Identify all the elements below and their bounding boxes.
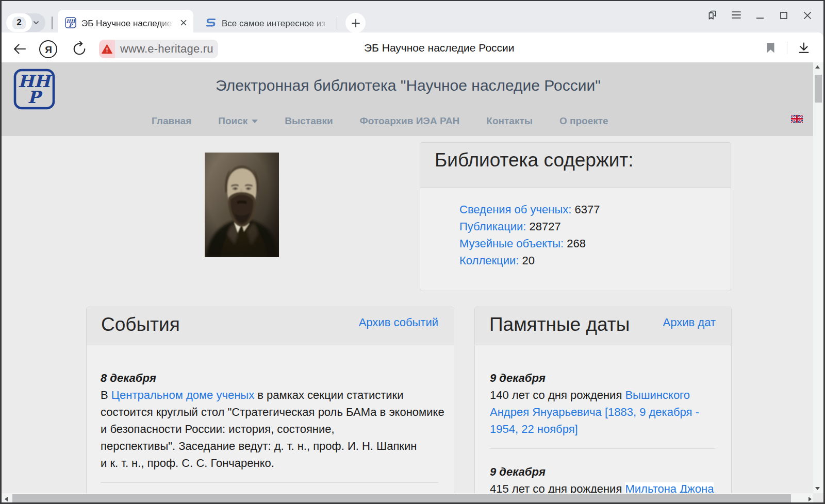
vertical-scroll-thumb[interactable] <box>815 75 822 103</box>
tab-count-badge: 2 <box>12 16 26 29</box>
event-divider <box>101 482 438 483</box>
toolbar-divider <box>787 42 787 54</box>
tab-counter-button[interactable]: 2 <box>6 13 45 32</box>
dates-archive-link[interactable]: Архив дат <box>663 316 716 329</box>
s-favicon-icon <box>205 17 217 28</box>
nav-label: Поиск <box>218 115 248 126</box>
event-link[interactable]: Центральном доме ученых <box>111 389 254 401</box>
svg-text:Я: Я <box>45 44 52 55</box>
stats-panel: Библиотека содержит: Сведения об ученых:… <box>420 142 731 291</box>
event-text-line: и безопасности России: история, состояни… <box>101 421 438 438</box>
plus-icon <box>351 18 361 28</box>
memorial-text: 415 лет со дня рождения Мильтона Джона <box>490 480 715 493</box>
event-date: 8 декабря <box>101 369 438 387</box>
toolbar-page-title: ЭБ Научное наследие России <box>364 42 515 54</box>
main-nav: Главная Поиск Выставки Фотоархив ИЭА РАН… <box>152 115 635 127</box>
address-bar[interactable]: www.e-heritage.ru <box>99 40 218 58</box>
stats-panel-heading: Библиотека содержит: <box>420 143 731 188</box>
stats-item: Публикации: 28727 <box>459 218 731 235</box>
tab-inactive[interactable]: Все самое интересное из <box>198 10 335 32</box>
events-body: 8 декабря В Центральном доме ученых в ра… <box>87 345 454 483</box>
uk-flag-icon[interactable] <box>791 115 803 123</box>
stats-link[interactable]: Сведения об ученых: <box>459 203 571 216</box>
memorial-divider <box>490 448 715 449</box>
stats-link[interactable]: Публикации: <box>459 220 526 233</box>
bookmark-flag-icon <box>766 43 775 53</box>
stats-link[interactable]: Коллекции: <box>459 254 519 267</box>
side-panel-button[interactable] <box>701 6 724 24</box>
vertical-scrollbar[interactable] <box>813 62 823 493</box>
stats-value: 6377 <box>574 203 600 216</box>
warning-triangle-icon <box>102 44 112 54</box>
nav-poisk[interactable]: Поиск <box>218 115 258 127</box>
events-panel: События Архив событий 8 декабря В Центра… <box>86 307 454 493</box>
stats-value: 268 <box>567 237 586 250</box>
memorial-text-prefix: 140 лет со дня рождения <box>490 389 625 401</box>
nnr-favicon-icon: НН Р <box>65 17 76 28</box>
maximize-button[interactable] <box>772 6 796 24</box>
scroll-right-arrow[interactable] <box>808 497 812 501</box>
stats-item: Коллекции: 20 <box>459 252 731 269</box>
memorial-date: 9 декабря <box>490 369 715 387</box>
event-text-prefix: В <box>101 389 111 401</box>
close-icon <box>803 10 812 20</box>
events-panel-heading: События Архив событий <box>87 307 454 345</box>
tab-title: Все самое интересное из <box>222 19 335 29</box>
dates-panel-heading: Памятные даты Архив дат <box>475 307 731 345</box>
nav-kontakty[interactable]: Контакты <box>486 115 533 127</box>
event-text: В Центральном доме ученых в рамках секци… <box>101 387 438 472</box>
back-arrow-icon <box>13 43 26 55</box>
minimize-icon <box>755 10 765 20</box>
horizontal-scrollbar[interactable] <box>2 493 815 502</box>
tab-title: ЭБ Научное наследие Р <box>81 19 176 29</box>
event-text-line: и к. т. н., проф. С. С. Гончаренко. <box>101 455 438 472</box>
reload-button[interactable] <box>69 39 90 59</box>
nav-o-proekte[interactable]: О проекте <box>559 115 608 127</box>
stats-item: Сведения об ученых: 6377 <box>459 201 731 218</box>
site-security-badge[interactable] <box>99 40 115 58</box>
site-title: Электронная библиотека "Научное наследие… <box>2 77 815 94</box>
tabstrip-divider <box>52 16 53 29</box>
nav-vystavki[interactable]: Выставки <box>285 115 333 127</box>
tab-active[interactable]: НН Р ЭБ Научное наследие Р <box>58 10 193 32</box>
tab-close-icon[interactable] <box>176 15 191 30</box>
scroll-up-arrow[interactable] <box>815 65 820 69</box>
stats-item: Музейные объекты: 268 <box>459 235 731 252</box>
page-content: НН Р Электронная библиотека "Научное нас… <box>2 62 815 493</box>
bookmarks-panel-icon <box>707 10 718 20</box>
event-text-line: перспективы". Заседание ведут: д. т. н.,… <box>101 438 438 455</box>
yandex-services-button[interactable]: Я <box>38 39 58 59</box>
back-button[interactable] <box>9 39 30 59</box>
stats-link[interactable]: Музейные объекты: <box>459 237 564 250</box>
events-title: События <box>101 314 180 335</box>
menu-button[interactable] <box>724 6 748 24</box>
downloads-button[interactable] <box>794 42 814 54</box>
nav-label: Главная <box>152 115 191 126</box>
bookmark-button[interactable] <box>760 43 781 53</box>
new-tab-button[interactable] <box>345 13 366 33</box>
scroll-down-arrow[interactable] <box>815 487 820 490</box>
chevron-down-icon <box>33 20 39 26</box>
nav-label: О проекте <box>559 115 608 126</box>
nav-fotoarhiv[interactable]: Фотоархив ИЭА РАН <box>360 115 460 127</box>
tab-strip: 2 НН Р ЭБ Научное наследие Р <box>2 1 823 32</box>
yandex-logo-icon: Я <box>39 40 58 59</box>
events-archive-link[interactable]: Архив событий <box>359 316 438 329</box>
horizontal-scroll-thumb[interactable] <box>12 494 791 502</box>
event-text-line: состоится круглый стол "Стратегическая р… <box>101 404 438 421</box>
memorial-text: 140 лет со дня рождения Вышинского Андре… <box>490 387 715 438</box>
dates-title: Памятные даты <box>489 314 630 335</box>
stats-title: Библиотека содержит: <box>435 149 634 171</box>
close-window-button[interactable] <box>796 6 819 24</box>
url-text: www.e-heritage.ru <box>120 42 213 56</box>
minimize-button[interactable] <box>748 6 772 24</box>
stats-list: Сведения об ученых: 6377 Публикации: 287… <box>420 201 731 269</box>
scroll-left-arrow[interactable] <box>5 497 8 501</box>
tab-counter-pill: 2 <box>6 13 32 32</box>
memorial-link-highlighted[interactable]: Мильтона Джона <box>625 482 714 493</box>
nav-glavnaya[interactable]: Главная <box>152 115 191 127</box>
toolbar-right-group <box>760 39 814 57</box>
url-field[interactable]: www.e-heritage.ru <box>115 40 218 58</box>
memorial-text-prefix: 415 лет со дня рождения <box>490 482 625 493</box>
scientist-portrait-photo <box>205 153 279 257</box>
